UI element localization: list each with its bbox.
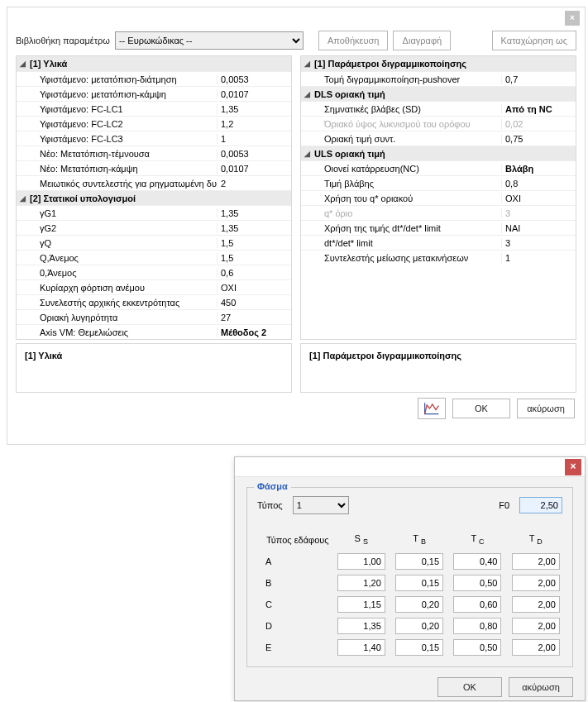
col-tb: T B — [393, 533, 446, 546]
tb-input[interactable] — [395, 553, 443, 570]
fieldset-title: Φάσμα — [254, 481, 291, 491]
table-row: B — [257, 572, 562, 594]
left-property-grid[interactable]: ◢[1] Υλικά Υφιστάμενο: μετατόπιση-διάτμη… — [16, 55, 292, 340]
table-row: C — [257, 594, 562, 615]
ok-button[interactable]: OK — [437, 677, 502, 697]
soil-type-header: Τύπος εδάφους — [257, 535, 330, 545]
cancel-button[interactable]: ακύρωση — [517, 399, 575, 418]
collapse-icon[interactable]: ◢ — [301, 150, 313, 158]
right-description: [1] Παράμετροι διγραμμικοποίησης — [300, 343, 576, 393]
tc-input[interactable] — [453, 553, 501, 570]
prop-value[interactable]: 0,0053 — [217, 74, 291, 84]
close-icon[interactable]: × — [565, 11, 580, 26]
group-header: ULS οριακή τιμή — [313, 149, 501, 159]
toolbar: Βιβλιοθήκη παραμέτρω -- Ευρωκώδικας -- Α… — [7, 26, 585, 50]
collapse-icon[interactable]: ◢ — [17, 60, 28, 68]
ok-button[interactable]: OK — [452, 399, 510, 418]
table-row: A — [257, 551, 562, 572]
group-header: [1] Υλικά — [28, 59, 217, 69]
type-select[interactable]: 1 — [293, 496, 349, 514]
group-header: [2] Στατικοί υπολογισμοί — [28, 193, 217, 203]
collapse-icon[interactable]: ◢ — [301, 60, 313, 68]
parameters-dialog: × Βιβλιοθήκη παραμέτρω -- Ευρωκώδικας --… — [7, 7, 586, 445]
spectrum-icon-button[interactable] — [418, 398, 446, 419]
f0-input[interactable] — [519, 497, 562, 513]
collapse-icon[interactable]: ◢ — [301, 90, 313, 98]
spectrum-dialog: × Φάσμα Τύπος 1 F0 Τύπος εδάφους S S T B… — [234, 456, 586, 701]
collapse-icon[interactable]: ◢ — [17, 194, 28, 203]
col-td: T D — [509, 533, 562, 546]
group-header: DLS οριακή τιμή — [313, 89, 501, 99]
library-select[interactable]: -- Ευρωκώδικας -- — [115, 31, 304, 50]
library-label: Βιβλιοθήκη παραμέτρω — [16, 36, 110, 45]
f0-label: F0 — [499, 500, 509, 510]
td-input[interactable] — [512, 553, 560, 570]
prop-label: Υφιστάμενο: μετατόπιση-διάτμηση — [28, 74, 217, 84]
spectrum-icon — [423, 401, 440, 416]
cancel-button[interactable]: ακύρωση — [509, 677, 573, 697]
right-property-grid[interactable]: ◢[1] Παράμετροι διγραμμικοποίησης Τομή δ… — [300, 55, 576, 340]
col-s: S S — [335, 533, 388, 546]
table-row: D — [257, 615, 562, 637]
col-tc: T C — [451, 533, 504, 546]
spectrum-fieldset: Φάσμα Τύπος 1 F0 Τύπος εδάφους S S T B T… — [246, 487, 573, 667]
left-description: [1] Υλικά — [16, 343, 292, 393]
delete-button[interactable]: Διαγραφή — [393, 31, 451, 50]
titlebar — [235, 457, 585, 477]
save-button[interactable]: Αποθήκευση — [318, 31, 388, 50]
group-header: [1] Παράμετροι διγραμμικοποίησης — [313, 59, 501, 69]
soil-table: Τύπος εδάφους S S T B T C T D A B C D E — [257, 529, 562, 658]
type-label: Τύπος — [257, 500, 283, 510]
close-icon[interactable]: × — [565, 459, 581, 475]
s-input[interactable] — [337, 553, 385, 570]
saveas-button[interactable]: Καταχώρηση ως — [492, 31, 576, 50]
table-row: E — [257, 637, 562, 658]
